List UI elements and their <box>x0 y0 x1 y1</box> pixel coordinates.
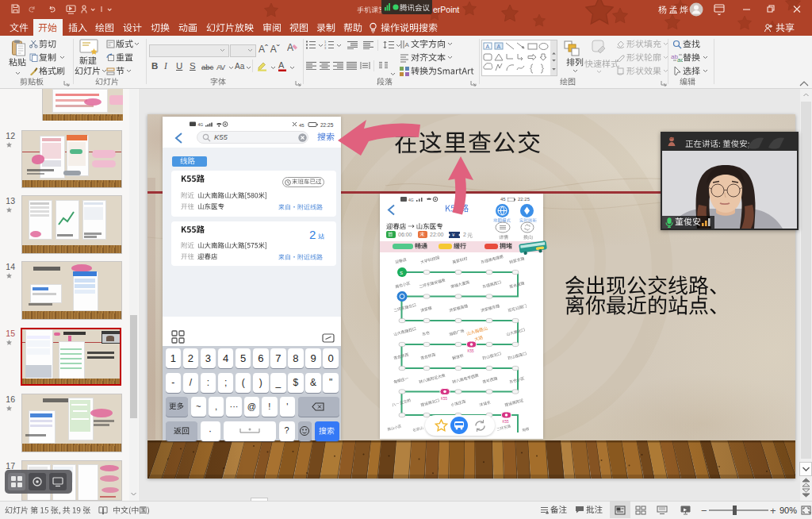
svg-text:S: S <box>400 271 403 275</box>
svg-text:K55: K55 <box>441 397 448 401</box>
svg-text:A: A <box>287 42 293 52</box>
svg-text:A: A <box>278 60 285 70</box>
svg-text:K55: K55 <box>468 349 475 353</box>
svg-text:45: 45 <box>299 123 304 128</box>
svg-text:A: A <box>405 41 410 48</box>
svg-text:ac: ac <box>677 56 683 63</box>
svg-text:K55: K55 <box>503 420 510 424</box>
svg-text:A: A <box>486 44 490 49</box>
svg-text:4G: 4G <box>198 122 204 127</box>
svg-text:3: 3 <box>324 46 327 49</box>
svg-text:A: A <box>497 44 501 49</box>
svg-text:22:25: 22:25 <box>320 122 334 128</box>
